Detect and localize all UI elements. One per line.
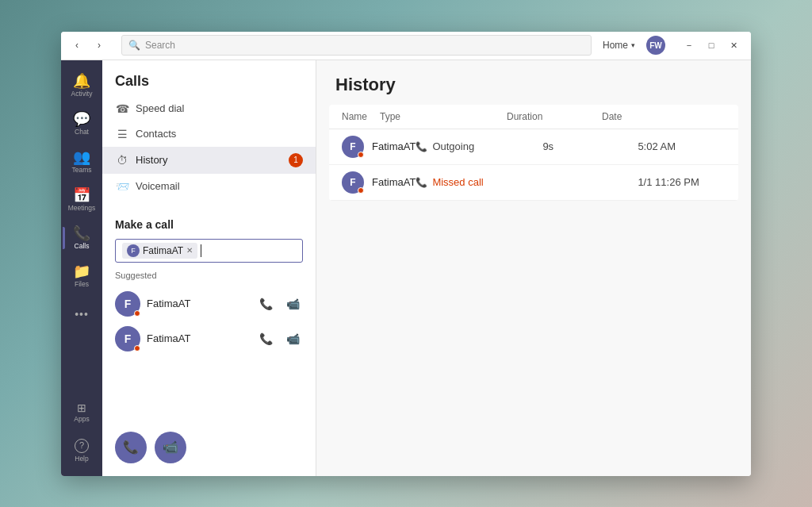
- tag-close-button[interactable]: ✕: [186, 246, 193, 255]
- nav-label-contacts: Contacts: [136, 128, 176, 140]
- phone-icon: ☎: [115, 102, 129, 115]
- make-call-title: Make a call: [115, 218, 303, 231]
- contact-avatar-2: F: [115, 326, 140, 351]
- contact-name-2: FatimaAT: [147, 332, 249, 344]
- nav-item-contacts[interactable]: ☰ Contacts: [102, 121, 316, 147]
- more-icon: •••: [75, 309, 89, 320]
- main-area: 🔔 Activity 💬 Chat 👥 Teams 📅 Meetings 📞 C…: [61, 60, 751, 476]
- suggested-item: F FatimaAT 📞 📹: [115, 286, 303, 321]
- make-call-button[interactable]: 📞: [115, 432, 147, 463]
- row-type-2: 📞 Missed call: [416, 176, 542, 188]
- table-header: Name Type Duration Date: [329, 105, 738, 129]
- history-icon: ⏱: [115, 154, 129, 167]
- apps-icon: ⊞: [77, 402, 86, 413]
- nav-arrows: ‹ ›: [67, 36, 109, 55]
- tag-name: FatimaAT: [143, 245, 183, 256]
- sidebar-label-help: Help: [75, 455, 88, 463]
- home-button[interactable]: Home ▾: [598, 38, 640, 52]
- col-duration: Duration: [507, 111, 602, 122]
- call-input-container[interactable]: F FatimaAT ✕: [115, 239, 303, 263]
- sidebar-item-chat[interactable]: 💬 Chat: [63, 105, 101, 143]
- contact-avatar-1: F: [115, 291, 140, 317]
- nav-label-history: History: [136, 154, 167, 166]
- close-button[interactable]: ✕: [722, 34, 745, 56]
- row-duration-1: 9s: [542, 140, 638, 152]
- sidebar-label-files: Files: [75, 280, 89, 288]
- make-call-section: Make a call F FatimaAT ✕ Suggested F: [102, 205, 316, 369]
- title-bar-right: Home ▾ FW − □ ✕: [598, 34, 745, 56]
- video-contact-2-button[interactable]: 📹: [282, 328, 303, 349]
- sidebar-item-teams[interactable]: 👥 Teams: [63, 143, 101, 181]
- history-table: Name Type Duration Date F FatimaAT: [329, 105, 738, 201]
- sidebar-item-help[interactable]: ? Help: [63, 432, 101, 470]
- row-contact-name-2: FatimaAT: [372, 176, 416, 188]
- nav-item-speed-dial[interactable]: ☎ Speed dial: [102, 96, 316, 121]
- sidebar-item-files[interactable]: 📁 Files: [63, 257, 101, 295]
- nav-item-voicemail[interactable]: 📨 Voicemail: [102, 174, 316, 199]
- make-video-call-button[interactable]: 📹: [155, 432, 186, 463]
- status-dot-2: [134, 345, 140, 351]
- row-name-2: F FatimaAT: [342, 171, 416, 194]
- sidebar-item-meetings[interactable]: 📅 Meetings: [63, 181, 101, 219]
- outgoing-call-icon: 📞: [416, 141, 427, 152]
- contacts-icon: ☰: [115, 128, 129, 140]
- call-input-tag: F FatimaAT ✕: [122, 243, 197, 259]
- sidebar-label-activity: Activity: [71, 90, 93, 98]
- sidebar-label-meetings: Meetings: [68, 204, 96, 212]
- search-icon: 🔍: [128, 40, 140, 51]
- panel-title: Calls: [102, 60, 316, 96]
- nav-item-history[interactable]: ⏱ History 1: [102, 147, 316, 174]
- sidebar-item-more[interactable]: •••: [63, 295, 101, 333]
- row-status-dot-2: [358, 187, 364, 194]
- home-label: Home: [603, 40, 628, 51]
- nav-list: ☎ Speed dial ☰ Contacts ⏱ History 1 📨 Vo…: [102, 96, 316, 199]
- sidebar-item-calls[interactable]: 📞 Calls: [63, 219, 101, 257]
- row-date-1: 5:02 AM: [638, 140, 733, 152]
- chat-icon: 💬: [73, 112, 90, 126]
- forward-button[interactable]: ›: [90, 36, 109, 55]
- back-button[interactable]: ‹: [67, 36, 86, 55]
- main-panel: History Name Type Duration Date F: [316, 60, 751, 476]
- files-icon: 📁: [73, 264, 90, 278]
- sidebar-item-activity[interactable]: 🔔 Activity: [63, 67, 101, 105]
- sidebar-label-teams: Teams: [71, 166, 91, 174]
- table-row: F FatimaAT 📞 Outgoing 9s 5:02 AM •••: [329, 129, 738, 165]
- col-actions: [697, 111, 726, 122]
- nav-label-speed-dial: Speed dial: [136, 102, 184, 114]
- sidebar-label-chat: Chat: [75, 128, 89, 136]
- sidebar-label-apps: Apps: [74, 415, 89, 423]
- row-avatar-1: F: [342, 136, 364, 158]
- row-more-button-1[interactable]: •••: [733, 140, 738, 154]
- call-contact-1-button[interactable]: 📞: [255, 294, 276, 314]
- search-bar[interactable]: 🔍 Search: [121, 35, 592, 56]
- row-contact-name-1: FatimaAT: [372, 140, 416, 152]
- call-contact-2-button[interactable]: 📞: [255, 328, 276, 349]
- suggested-label: Suggested: [115, 271, 303, 280]
- left-panel: Calls ☎ Speed dial ☰ Contacts ⏱ History …: [102, 60, 316, 476]
- window-controls: − □ ✕: [678, 34, 745, 56]
- sidebar-item-apps[interactable]: ⊞ Apps: [63, 394, 101, 432]
- maximize-button[interactable]: □: [700, 34, 722, 56]
- minimize-button[interactable]: −: [678, 34, 700, 56]
- contact-actions-1: 📞 📹: [255, 294, 303, 314]
- row-type-label-2: Missed call: [432, 176, 483, 188]
- activity-icon: 🔔: [73, 74, 90, 88]
- row-avatar-2: F: [342, 171, 364, 194]
- history-badge: 1: [289, 153, 303, 167]
- title-bar: ‹ › 🔍 Search Home ▾ FW − □ ✕: [61, 32, 751, 60]
- meetings-icon: 📅: [73, 188, 90, 202]
- tag-avatar: F: [127, 244, 140, 257]
- table-row-2: F FatimaAT 📞 Missed call 1/1 11:26 PM ••…: [329, 165, 738, 201]
- app-window: ‹ › 🔍 Search Home ▾ FW − □ ✕ 🔔 Activit: [61, 32, 751, 476]
- calls-icon: 📞: [73, 226, 90, 240]
- col-type: Type: [380, 111, 507, 122]
- row-type-label-1: Outgoing: [432, 140, 474, 152]
- row-name-1: F FatimaAT: [342, 136, 416, 158]
- nav-label-voicemail: Voicemail: [136, 180, 180, 192]
- user-avatar[interactable]: FW: [646, 36, 665, 55]
- video-contact-1-button[interactable]: 📹: [282, 294, 303, 314]
- chevron-down-icon: ▾: [631, 41, 635, 49]
- row-type-1: 📞 Outgoing: [416, 140, 542, 152]
- voicemail-icon: 📨: [115, 180, 129, 193]
- row-more-button-2[interactable]: •••: [733, 175, 738, 190]
